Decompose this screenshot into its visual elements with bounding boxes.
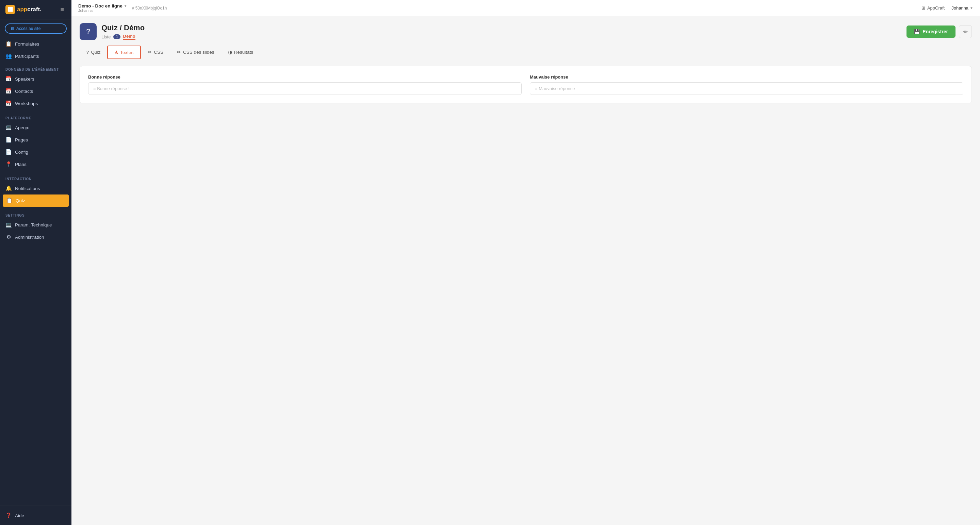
text-tab-icon: 𝐀: [115, 50, 118, 55]
save-icon: 💾: [914, 29, 920, 34]
project-sub: Johanna: [78, 8, 127, 13]
sidebar: 🅰 appcraft. ≡ 🖥 Accès au site 📋 Formulai…: [0, 0, 72, 525]
sidebar-footer: ❓ Aide: [0, 506, 72, 525]
tabs-bar: ? Quiz 𝐀 Textes ✏ CSS ✏ CSS des slides ◑…: [80, 46, 972, 59]
main-content: Demo - Doc en ligne ▼ Johanna # 53nX0Mbj…: [72, 0, 980, 525]
grid-icon: ⊞: [921, 5, 925, 11]
edit-icon: ✏: [963, 29, 968, 35]
quiz-icon: 📋: [6, 198, 12, 204]
appcraft-label: ⊞ AppCraft: [921, 5, 945, 11]
menu-toggle-button[interactable]: ≡: [58, 5, 66, 14]
question-mark-icon: ?: [86, 27, 90, 36]
breadcrumb: Liste 1 Démo: [102, 34, 145, 40]
bad-answer-label: Mauvaise réponse: [530, 75, 963, 79]
sidebar-item-aide[interactable]: ❓ Aide: [0, 509, 72, 522]
form-icon: 📋: [5, 41, 11, 47]
topbar: Demo - Doc en ligne ▼ Johanna # 53nX0Mbj…: [72, 0, 980, 16]
results-tab-icon: ◑: [228, 49, 232, 55]
pin-icon: 📍: [5, 161, 11, 167]
edit-icon-button[interactable]: ✏: [959, 25, 972, 38]
sidebar-item-quiz[interactable]: 📋 Quiz: [3, 195, 69, 207]
monitor-icon: 💻: [5, 124, 11, 130]
gear-icon: ⚙: [5, 234, 11, 240]
section-interaction: INTERACTION 🔔 Notifications 📋 Quiz: [0, 172, 72, 208]
access-site-button[interactable]: 🖥 Accès au site: [5, 24, 67, 34]
project-info: Demo - Doc en ligne ▼ Johanna: [78, 3, 127, 13]
sidebar-item-notifications[interactable]: 🔔 Notifications: [0, 182, 72, 195]
people-icon: 👥: [5, 53, 11, 59]
tab-textes[interactable]: 𝐀 Textes: [107, 46, 141, 59]
sidebar-item-speakers[interactable]: 📅 Speakers: [0, 73, 72, 85]
breadcrumb-active[interactable]: Démo: [123, 34, 135, 40]
sidebar-item-workshops[interactable]: 📅 Workshops: [0, 97, 72, 109]
good-answer-group: Bonne réponse: [88, 75, 522, 95]
chevron-down-icon: ▼: [124, 4, 127, 8]
logo-name: appcraft.: [17, 6, 41, 13]
page-header: ? Quiz / Démo Liste 1 Démo 💾 Enregistrer: [80, 23, 972, 40]
pages-icon: 📄: [5, 137, 11, 143]
help-icon: ❓: [5, 512, 11, 519]
css-tab-icon: ✏: [148, 49, 152, 55]
page-title: Quiz / Démo: [102, 24, 145, 32]
calendar-icon: 📅: [5, 100, 11, 106]
good-answer-label: Bonne réponse: [88, 75, 522, 79]
logo-icon: 🅰: [5, 5, 15, 14]
tab-css-slides[interactable]: ✏ CSS des slides: [170, 46, 221, 59]
topbar-left: Demo - Doc en ligne ▼ Johanna # 53nX0Mbj…: [78, 3, 167, 13]
save-button[interactable]: 💾 Enregistrer: [907, 25, 956, 38]
bell-icon: 🔔: [5, 185, 11, 192]
laptop-icon: 💻: [5, 222, 11, 228]
page-header-right: 💾 Enregistrer ✏: [907, 25, 972, 38]
bad-answer-group: Mauvaise réponse: [530, 75, 963, 95]
calendar-icon: 📅: [5, 76, 11, 82]
sidebar-item-pages[interactable]: 📄 Pages: [0, 134, 72, 146]
css-slides-tab-icon: ✏: [177, 49, 181, 55]
page-title-block: Quiz / Démo Liste 1 Démo: [102, 24, 145, 40]
quiz-icon-box: ?: [80, 23, 97, 40]
section-donnees: DONNÉES DE L'ÉVÉNEMENT 📅 Speakers 📅 Cont…: [0, 62, 72, 111]
quiz-tab-icon: ?: [86, 50, 89, 55]
chevron-down-icon: ▼: [970, 6, 973, 10]
calendar-icon: 📅: [5, 88, 11, 94]
sidebar-item-param-technique[interactable]: 💻 Param. Technique: [0, 219, 72, 231]
good-answer-input[interactable]: [88, 82, 522, 95]
tab-css[interactable]: ✏ CSS: [141, 46, 170, 59]
tab-quiz[interactable]: ? Quiz: [80, 46, 107, 59]
logo: 🅰 appcraft.: [5, 5, 41, 14]
config-icon: 📄: [5, 149, 11, 155]
topbar-right: ⊞ AppCraft Johanna ▼: [921, 5, 973, 11]
tab-resultats[interactable]: ◑ Résultats: [221, 46, 260, 59]
bad-answer-input[interactable]: [530, 82, 963, 95]
page-header-left: ? Quiz / Démo Liste 1 Démo: [80, 23, 145, 40]
sidebar-item-participants[interactable]: 👥 Participants: [0, 50, 72, 62]
sidebar-item-config[interactable]: 📄 Config: [0, 146, 72, 158]
monitor-icon: 🖥: [10, 26, 14, 31]
sidebar-logo: 🅰 appcraft. ≡: [0, 0, 72, 19]
sidebar-item-contacts[interactable]: 📅 Contacts: [0, 85, 72, 97]
section-settings: SETTINGS 💻 Param. Technique ⚙ Administra…: [0, 208, 72, 244]
sidebar-item-plans[interactable]: 📍 Plans: [0, 158, 72, 170]
sidebar-item-apercu[interactable]: 💻 Aperçu: [0, 121, 72, 134]
section-plateforme: PLATEFORME 💻 Aperçu 📄 Pages 📄 Config 📍 P…: [0, 111, 72, 172]
form-row: Bonne réponse Mauvaise réponse: [88, 75, 963, 95]
sidebar-item-administration[interactable]: ⚙ Administration: [0, 231, 72, 243]
content-area: ? Quiz / Démo Liste 1 Démo 💾 Enregistrer: [72, 16, 980, 525]
project-name: Demo - Doc en ligne: [78, 3, 123, 8]
breadcrumb-badge: 1: [113, 34, 120, 39]
textes-form-card: Bonne réponse Mauvaise réponse: [80, 66, 972, 103]
project-hash: # 53nX0MbjqlOo1h: [132, 6, 167, 11]
sidebar-item-formulaires[interactable]: 📋 Formulaires: [0, 38, 72, 50]
user-menu[interactable]: Johanna ▼: [951, 5, 973, 11]
